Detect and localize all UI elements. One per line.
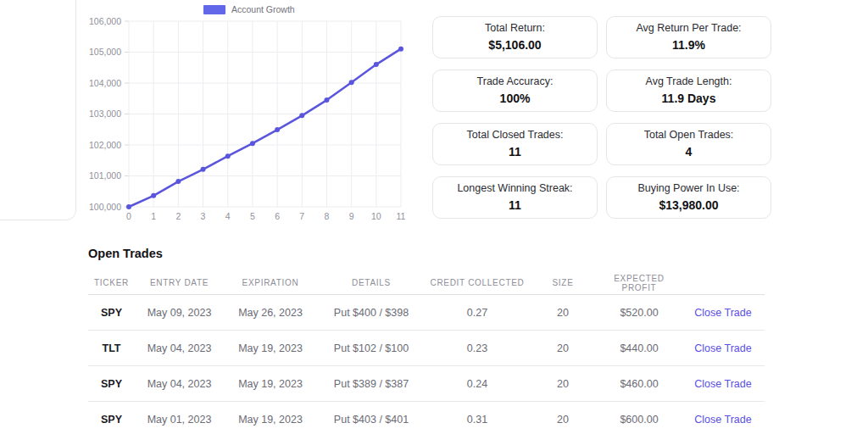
- svg-text:103,000: 103,000: [89, 108, 121, 119]
- trade-details: Put $102 / $100: [317, 331, 426, 366]
- stat-value: 11: [509, 145, 521, 159]
- stat-label: Buying Power In Use:: [637, 182, 739, 196]
- table-row: SPYMay 01, 2023May 19, 2023Put $403 / $4…: [88, 402, 765, 434]
- svg-text:100,000: 100,000: [89, 202, 121, 212]
- svg-text:106,000: 106,000: [89, 16, 121, 26]
- stat-card-total-closed-trades: Total Closed Trades: 11: [432, 123, 598, 165]
- trade-expiration: May 26, 2023: [224, 295, 317, 331]
- trade-entry-date: May 04, 2023: [135, 331, 224, 366]
- stat-card-avg-trade-length: Avg Trade Length: 11.9 Days: [606, 70, 771, 112]
- column-header-credit-collected: Credit Collected: [426, 271, 529, 295]
- stat-value: 4: [686, 145, 693, 159]
- svg-text:2: 2: [175, 211, 181, 221]
- close-trade-link[interactable]: Close Trade: [694, 342, 751, 354]
- account-growth-chart: 100,000101,000102,000103,000104,000105,0…: [85, 14, 407, 224]
- svg-text:102,000: 102,000: [89, 140, 121, 150]
- svg-text:104,000: 104,000: [89, 78, 121, 88]
- trade-entry-date: May 04, 2023: [135, 366, 224, 402]
- stat-label: Avg Trade Length:: [646, 75, 732, 89]
- svg-text:101,000: 101,000: [89, 170, 121, 181]
- stat-value: $13,980.00: [659, 198, 718, 213]
- trade-credit-collected: 0.23: [426, 331, 529, 366]
- trade-credit-collected: 0.31: [426, 402, 529, 434]
- svg-text:1: 1: [151, 211, 156, 221]
- trade-credit-collected: 0.24: [426, 366, 529, 402]
- stat-value: $5,106.00: [488, 38, 541, 53]
- table-row: SPYMay 04, 2023May 19, 2023Put $389 / $3…: [88, 366, 765, 402]
- svg-text:5: 5: [250, 211, 255, 221]
- open-trades-table: Ticker Entry Date Expiration Details Cre…: [88, 271, 765, 434]
- open-trades-title: Open Trades: [88, 247, 163, 260]
- trade-entry-date: May 09, 2023: [135, 295, 224, 331]
- stat-value: 11.9%: [672, 38, 705, 53]
- trade-expected-profit: $440.00: [597, 331, 682, 366]
- column-header-expiration: Expiration: [224, 271, 317, 295]
- stat-value: 100%: [500, 92, 531, 106]
- column-header-entry-date: Entry Date: [135, 271, 224, 295]
- trade-expected-profit: $460.00: [597, 366, 682, 402]
- trade-actions-cell: Close Trade: [682, 366, 765, 402]
- trade-entry-date: May 01, 2023: [135, 402, 224, 434]
- trade-details: Put $389 / $387: [317, 366, 426, 402]
- close-trade-link[interactable]: Close Trade: [694, 378, 751, 390]
- table-row: TLTMay 04, 2023May 19, 2023Put $102 / $1…: [88, 331, 765, 366]
- stat-label: Total Closed Trades:: [467, 129, 564, 142]
- column-header-size: Size: [529, 271, 597, 295]
- svg-text:6: 6: [275, 211, 280, 221]
- trade-expected-profit: $600.00: [597, 402, 682, 434]
- cropped-left-panel-edge: [0, 0, 76, 220]
- trade-details: Put $403 / $401: [317, 402, 426, 434]
- trade-expiration: May 19, 2023: [224, 331, 317, 366]
- svg-text:0: 0: [126, 211, 131, 221]
- dashboard: Account Growth 100,000101,000102,000103,…: [0, 0, 868, 434]
- trade-expiration: May 19, 2023: [224, 366, 317, 402]
- stat-card-total-open-trades: Total Open Trades: 4: [606, 123, 771, 165]
- table-row: SPYMay 09, 2023May 26, 2023Put $400 / $3…: [88, 295, 765, 331]
- legend-swatch: [203, 5, 225, 14]
- trade-size: 20: [529, 295, 597, 331]
- trade-details: Put $400 / $398: [317, 295, 426, 331]
- trade-actions-cell: Close Trade: [682, 402, 765, 434]
- svg-text:105,000: 105,000: [89, 47, 121, 57]
- stats-grid: Total Return: $5,106.00 Avg Return Per T…: [432, 16, 771, 219]
- stat-label: Avg Return Per Trade:: [636, 22, 741, 36]
- close-trade-link[interactable]: Close Trade: [694, 307, 751, 319]
- close-trade-link[interactable]: Close Trade: [694, 414, 751, 426]
- svg-text:3: 3: [201, 211, 206, 221]
- svg-text:11: 11: [397, 211, 406, 221]
- stat-label: Longest Winning Streak:: [457, 182, 572, 196]
- stat-label: Trade Accuracy:: [477, 75, 554, 89]
- trade-credit-collected: 0.27: [426, 295, 529, 331]
- svg-text:7: 7: [299, 211, 304, 221]
- column-header-ticker: Ticker: [88, 271, 135, 295]
- trade-ticker: SPY: [88, 366, 135, 402]
- trade-size: 20: [529, 366, 597, 402]
- trade-expected-profit: $520.00: [597, 295, 682, 331]
- svg-text:10: 10: [371, 211, 381, 221]
- stat-card-avg-return-per-trade: Avg Return Per Trade: 11.9%: [606, 16, 771, 58]
- trade-actions-cell: Close Trade: [682, 331, 765, 366]
- trade-ticker: SPY: [88, 402, 135, 434]
- trade-ticker: TLT: [88, 331, 135, 366]
- svg-text:8: 8: [325, 211, 330, 221]
- stat-card-buying-power-in-use: Buying Power In Use: $13,980.00: [606, 176, 771, 219]
- trade-actions-cell: Close Trade: [682, 295, 765, 331]
- stat-value: 11.9 Days: [662, 92, 716, 106]
- column-header-actions: [682, 271, 765, 295]
- table-header-row: Ticker Entry Date Expiration Details Cre…: [88, 271, 765, 295]
- trade-size: 20: [529, 331, 597, 366]
- column-header-expected-profit: Expected Profit: [597, 271, 682, 295]
- svg-text:9: 9: [349, 211, 354, 221]
- stat-card-trade-accuracy: Trade Accuracy: 100%: [432, 70, 598, 112]
- stat-card-total-return: Total Return: $5,106.00: [432, 16, 598, 58]
- stat-label: Total Return:: [485, 22, 545, 36]
- stat-card-longest-winning-streak: Longest Winning Streak: 11: [432, 176, 598, 219]
- trade-expiration: May 19, 2023: [224, 402, 317, 434]
- svg-text:4: 4: [225, 211, 231, 221]
- column-header-details: Details: [317, 271, 426, 295]
- trade-size: 20: [529, 402, 597, 434]
- trade-ticker: SPY: [88, 295, 135, 331]
- stat-label: Total Open Trades:: [644, 129, 734, 142]
- stat-value: 11: [509, 198, 521, 213]
